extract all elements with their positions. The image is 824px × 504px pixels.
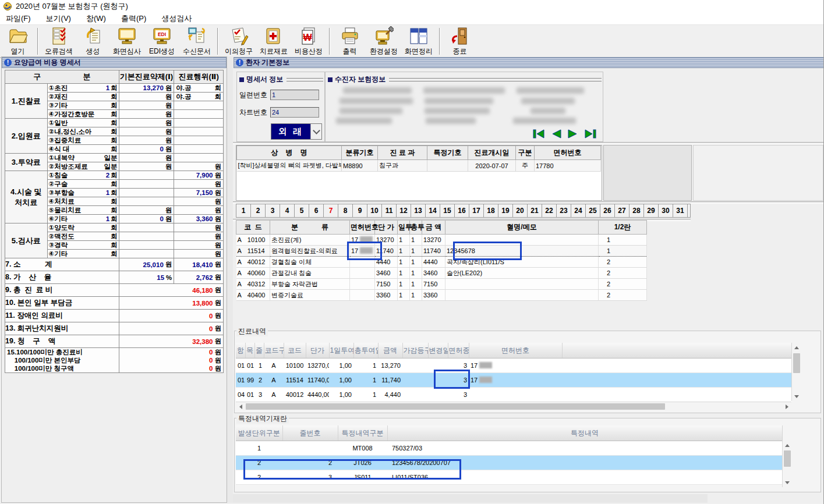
visit-type-combo[interactable]: 외 래 — [271, 123, 322, 140]
summary-value1: 25,010원 — [119, 258, 174, 271]
nav-last-button[interactable] — [584, 129, 597, 139]
day-cell-12[interactable]: 12 — [397, 204, 411, 217]
serial-no-input[interactable] — [270, 90, 319, 100]
toolbar-button-screen-review[interactable]: 화면심사 — [109, 26, 144, 56]
scroll-thumb[interactable] — [246, 403, 665, 410]
expense-item-cell: ⑤물리치료회 — [47, 206, 119, 215]
scroll-down-button[interactable] — [783, 478, 792, 487]
combo-dropdown-button[interactable] — [310, 124, 321, 139]
menu-item-3[interactable]: 출력(P) — [121, 13, 146, 24]
day-cell-23[interactable]: 23 — [557, 204, 571, 217]
detail-cell — [562, 359, 791, 373]
expense-item-cell: ①일반회 — [47, 119, 119, 127]
scroll-thumb[interactable] — [784, 450, 791, 467]
scroll-down-button[interactable] — [792, 392, 801, 401]
code-row[interactable]: A40312부항술 자락관법71501171502 — [236, 279, 647, 290]
scroll-thumb[interactable] — [793, 353, 800, 373]
day-cell-2[interactable]: 2 — [251, 204, 266, 217]
detail-vscrollbar[interactable] — [791, 343, 801, 401]
day-cell-17[interactable]: 17 — [469, 204, 484, 217]
menu-item-1[interactable]: 보기(V) — [46, 13, 71, 24]
disease-table: 상 병 명분류기호진 료 과특정기호진료개시일구분면허번호[착비]상세불명의 뼈… — [236, 145, 601, 172]
day-cell-9[interactable]: 9 — [353, 204, 367, 217]
day-cell-27[interactable]: 27 — [615, 204, 630, 217]
title-rule — [389, 78, 602, 81]
toolbar-button-printer[interactable]: 출력 — [333, 26, 366, 56]
toolbar-button-screen-arrange[interactable]: 화면정리 — [401, 26, 436, 56]
day-cell-21[interactable]: 21 — [528, 204, 542, 217]
toolbar-button-generate-doc[interactable]: 생성 — [76, 26, 109, 56]
detail-hscrollbar[interactable] — [236, 402, 791, 411]
expense-value2-cell: 원 — [174, 223, 224, 232]
day-cell-24[interactable]: 24 — [571, 204, 586, 217]
nav-first-button[interactable] — [532, 129, 545, 139]
redacted-text — [339, 98, 413, 104]
day-cell-5[interactable]: 5 — [295, 204, 309, 217]
day-cell-22[interactable]: 22 — [542, 204, 557, 217]
day-cell-8[interactable]: 8 — [338, 204, 353, 217]
day-cell-28[interactable]: 28 — [630, 204, 644, 217]
day-cell-30[interactable]: 30 — [659, 204, 673, 217]
code-row[interactable]: A11514원격협의진찰료-의뢰료17117401111740123456781 — [236, 246, 647, 257]
scroll-left-button[interactable] — [236, 402, 245, 411]
day-cell-11[interactable]: 11 — [382, 204, 397, 217]
toolbar-button-env-settings[interactable]: 환경설정 — [366, 26, 401, 56]
toolbar-button-error-search[interactable]: 오류검색 — [41, 26, 76, 56]
toolbar-button-edi-generate[interactable]: EDIEDI생성 — [144, 26, 179, 56]
scroll-up-button[interactable] — [792, 343, 801, 352]
toolbar-button-open-folder[interactable]: 열기 — [1, 26, 34, 56]
day-cell-1[interactable]: 1 — [236, 204, 251, 217]
expense-table-wrap: 구 분기본진료약제(Ⅰ)진료행위(Ⅱ)1.진찰료①초진1회13,270원야.공회… — [5, 70, 224, 373]
day-cell-20[interactable]: 20 — [513, 204, 528, 217]
toolbar-button-receive-doc[interactable]: 수신문서 — [179, 26, 214, 56]
day-cell-16[interactable]: 16 — [455, 204, 469, 217]
code-cell-daily: 1 — [398, 268, 410, 279]
expense-row[interactable]: 5.검사료①양도락회원 — [5, 223, 224, 232]
detail-group-label: 진료내역 — [236, 326, 268, 336]
panel-splitter[interactable] — [227, 56, 233, 503]
code-row[interactable]: A10100초진료(계)171327011132701 — [236, 235, 647, 246]
day-cell-25[interactable]: 25 — [586, 204, 600, 217]
toolbar-separator — [439, 28, 440, 55]
menu-item-0[interactable]: 파일(F) — [6, 13, 31, 24]
expense-row[interactable]: 4.시술 및처치료①침술2회7,900원 — [5, 171, 224, 180]
code-row[interactable]: A40400변증기술료33601133602 — [236, 290, 647, 301]
day-cell-31[interactable]: 31 — [673, 204, 688, 217]
day-cell-10[interactable]: 10 — [367, 204, 382, 217]
day-cell-3[interactable]: 3 — [266, 204, 280, 217]
scroll-up-button[interactable] — [783, 441, 792, 450]
day-cell-13[interactable]: 13 — [411, 204, 426, 217]
code-row[interactable]: A40012경혈침술 이체4440114440곡지/족삼리(LI011/S2 — [236, 257, 647, 268]
detail-row[interactable]: 04013A400124440,001,0014,4403 — [236, 388, 791, 402]
day-cell-26[interactable]: 26 — [600, 204, 615, 217]
toolbar-button-objection-claim[interactable]: 이의청구 — [221, 26, 256, 56]
day-cell-4[interactable]: 4 — [280, 204, 295, 217]
special-row[interactable]: 1MT008750327/03 — [236, 441, 782, 456]
expense-row[interactable]: 2.입원료①일반회원 — [5, 119, 224, 127]
menu-item-4[interactable]: 생성검사 — [161, 13, 192, 24]
detail-row[interactable]: 01011A1010013270,001,00113,270317 — [236, 359, 791, 373]
special-vscrollbar[interactable] — [782, 441, 792, 487]
chart-no-input[interactable] — [270, 107, 319, 118]
nav-prev-button[interactable] — [550, 129, 562, 139]
expense-row[interactable]: 3.투약료①내복약일분원 — [5, 154, 224, 162]
day-cell-15[interactable]: 15 — [440, 204, 455, 217]
day-cell-6[interactable]: 6 — [309, 204, 324, 217]
code-cell-license — [350, 279, 375, 290]
day-cell-19[interactable]: 19 — [498, 204, 513, 217]
day-cell-18[interactable]: 18 — [484, 204, 498, 217]
summary-value2: 2,762원 — [174, 271, 224, 284]
day-cell-29[interactable]: 29 — [644, 204, 659, 217]
scroll-right-button[interactable] — [782, 402, 791, 411]
day-cell-14[interactable]: 14 — [426, 204, 440, 217]
expense-row[interactable]: 1.진찰료①초진1회13,270원야.공회 — [5, 84, 224, 93]
day-cell-7[interactable]: 7 — [324, 204, 338, 217]
code-row[interactable]: A40060관절강내 침술3460113460슬안(LE202)2 — [236, 268, 647, 279]
menu-item-2[interactable]: 창(W) — [86, 13, 106, 24]
toolbar-button-treatment-material[interactable]: 치료재료 — [256, 26, 291, 56]
nav-next-button[interactable] — [567, 129, 579, 139]
toolbar-button-exit-door[interactable]: 종료 — [443, 26, 476, 56]
toolbar-button-cost-calc[interactable]: ₩비용산정 — [291, 26, 326, 56]
detail-row[interactable]: 01992A1151411740,001,00111,740317 — [236, 373, 791, 388]
disease-row[interactable]: [착비]상세불명의 뼈의 파젯병, 다발부M8890침구과2020-07-07주… — [237, 160, 601, 172]
